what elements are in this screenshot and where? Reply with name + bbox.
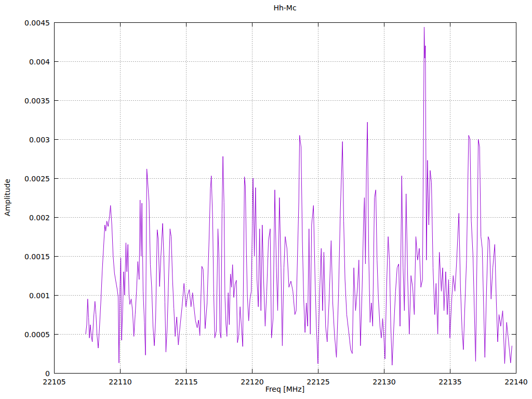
- y-tick-label: 0.0025: [24, 175, 50, 183]
- y-tick-label: 0: [45, 369, 50, 378]
- tick-labels: 2210522110221152212022125221302213522140…: [24, 19, 528, 387]
- plot-border-rect: [55, 23, 516, 374]
- y-tick-label: 0.0015: [24, 252, 50, 261]
- y-tick-label: 0.002: [29, 214, 50, 222]
- chart-title: Hh-Mc: [54, 4, 516, 12]
- chart-figure: 2210522110221152212022125221302213522140…: [0, 0, 532, 399]
- y-axis-title: Amplitude: [3, 166, 14, 229]
- y-tick-label: 0.004: [29, 58, 50, 66]
- axis-ticks: [54, 22, 516, 374]
- y-tick-label: 0.0005: [24, 330, 50, 339]
- plot-canvas: 2210522110221152212022125221302213522140…: [0, 0, 532, 399]
- x-axis-title: Freq [MHz]: [54, 385, 516, 393]
- data-series-line: [86, 27, 512, 365]
- data-series: [86, 27, 512, 365]
- plot-border: [55, 23, 516, 374]
- y-tick-label: 0.0045: [24, 19, 50, 27]
- y-tick-label: 0.0035: [24, 97, 50, 105]
- y-tick-label: 0.001: [29, 291, 50, 300]
- y-tick-label: 0.003: [29, 136, 50, 144]
- gridlines: [54, 22, 516, 373]
